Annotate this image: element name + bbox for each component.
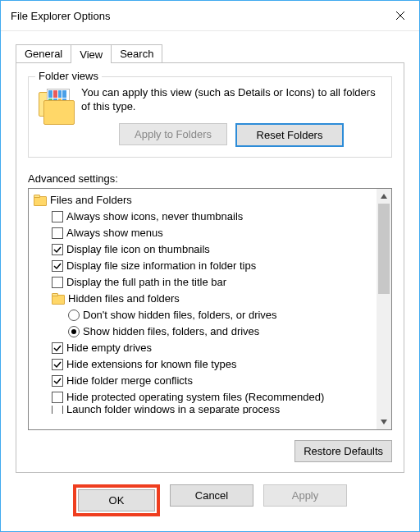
tree-node-label: Files and Folders: [50, 192, 132, 209]
checkbox-icon[interactable]: [52, 375, 63, 387]
folder-views-icon: [39, 87, 73, 128]
tree-node-label: Hidden files and folders: [68, 291, 180, 307]
tree-node-files-and-folders[interactable]: Files and Folders: [34, 192, 375, 209]
client-area: General View Search Folder views You can…: [1, 31, 419, 531]
tree-item-label: Always show menus: [66, 225, 163, 241]
tree-item-label: Show hidden files, folders, and drives: [83, 323, 259, 340]
dialog-button-row: OK Cancel Apply: [16, 473, 404, 521]
tree-item-label: Hide folder merge conflicts: [66, 373, 193, 389]
scroll-down-arrow-icon[interactable]: [377, 415, 391, 429]
tree-item[interactable]: Always show icons, never thumbnails: [34, 209, 375, 225]
tabstrip: General View Search: [16, 43, 404, 62]
folder-views-group: Folder views You can apply this view (su…: [28, 76, 392, 158]
tab-view-label: View: [80, 48, 103, 61]
tree-item-radio[interactable]: Don't show hidden files, folders, or dri…: [34, 307, 375, 323]
tab-panel-view: Folder views You can apply this view (su…: [16, 62, 404, 473]
tree-item-label: Launch folder windows in a separate proc…: [66, 406, 280, 414]
cancel-button[interactable]: Cancel: [170, 484, 253, 507]
tree-item-radio[interactable]: Show hidden files, folders, and drives: [34, 323, 375, 340]
tree-item[interactable]: Display file icon on thumbnails: [34, 241, 375, 258]
close-button[interactable]: [381, 1, 419, 30]
apply-to-folders-button: Apply to Folders: [119, 123, 227, 145]
folder-views-desc: You can apply this view (such as Details…: [81, 85, 381, 113]
tab-view[interactable]: View: [71, 44, 112, 63]
tree-item-label: Don't show hidden files, folders, or dri…: [83, 307, 277, 323]
close-icon: [395, 11, 405, 21]
checkbox-icon[interactable]: [52, 211, 63, 222]
tree-item-partial[interactable]: Launch folder windows in a separate proc…: [34, 406, 375, 414]
apply-button: Apply: [263, 484, 347, 507]
titlebar: File Explorer Options: [1, 1, 419, 31]
tree-item[interactable]: Display the full path in the title bar: [34, 274, 375, 291]
tree-item[interactable]: Hide protected operating system files (R…: [34, 389, 375, 406]
checkbox-icon[interactable]: [52, 260, 63, 272]
checkbox-icon[interactable]: [52, 342, 63, 354]
checkbox-icon[interactable]: [52, 227, 63, 239]
radio-icon[interactable]: [68, 310, 80, 321]
checkbox-icon[interactable]: [52, 406, 63, 414]
tree-item-label: Always show icons, never thumbnails: [66, 209, 243, 225]
tab-search[interactable]: Search: [111, 44, 162, 62]
tree-item-label: Display file size information in folder …: [66, 258, 256, 274]
file-explorer-options-window: File Explorer Options General View Searc…: [0, 0, 420, 532]
tree-item[interactable]: Hide folder merge conflicts: [34, 373, 375, 389]
tab-search-label: Search: [120, 48, 153, 60]
tree-item[interactable]: Display file size information in folder …: [34, 258, 375, 274]
tree-node-hidden-files[interactable]: Hidden files and folders: [34, 291, 375, 307]
checkbox-icon[interactable]: [52, 359, 63, 370]
folder-icon: [52, 293, 65, 305]
tree-item[interactable]: Always show menus: [34, 225, 375, 241]
tree-item[interactable]: Hide extensions for known file types: [34, 356, 375, 373]
radio-icon[interactable]: [68, 326, 80, 337]
window-title: File Explorer Options: [1, 10, 381, 22]
scroll-thumb[interactable]: [378, 204, 390, 294]
folder-icon: [34, 195, 47, 206]
tree-item-label: Display the full path in the title bar: [66, 274, 226, 291]
checkbox-icon[interactable]: [52, 244, 63, 255]
tree-item-label: Display file icon on thumbnails: [66, 241, 210, 258]
ok-button[interactable]: OK: [78, 489, 155, 511]
tree-item-label: Hide empty drives: [66, 340, 152, 356]
scroll-track[interactable]: [377, 204, 391, 415]
folder-views-legend: Folder views: [35, 70, 102, 82]
reset-folders-button[interactable]: Reset Folders: [235, 123, 344, 147]
tree-item[interactable]: Hide empty drives: [34, 340, 375, 356]
tree-item-label: Hide extensions for known file types: [66, 356, 236, 373]
advanced-settings-label: Advanced settings:: [28, 172, 392, 185]
scroll-up-arrow-icon[interactable]: [377, 189, 391, 204]
tab-general[interactable]: General: [16, 44, 71, 62]
tree-item-label: Hide protected operating system files (R…: [66, 389, 324, 406]
ok-button-highlight: OK: [73, 484, 160, 516]
tab-general-label: General: [25, 48, 62, 60]
restore-defaults-button[interactable]: Restore Defaults: [294, 440, 392, 462]
checkbox-icon[interactable]: [52, 392, 63, 403]
advanced-settings-tree[interactable]: Files and Folders Always show icons, nev…: [28, 188, 392, 430]
scrollbar-vertical[interactable]: [377, 189, 391, 429]
checkbox-icon[interactable]: [52, 277, 63, 288]
